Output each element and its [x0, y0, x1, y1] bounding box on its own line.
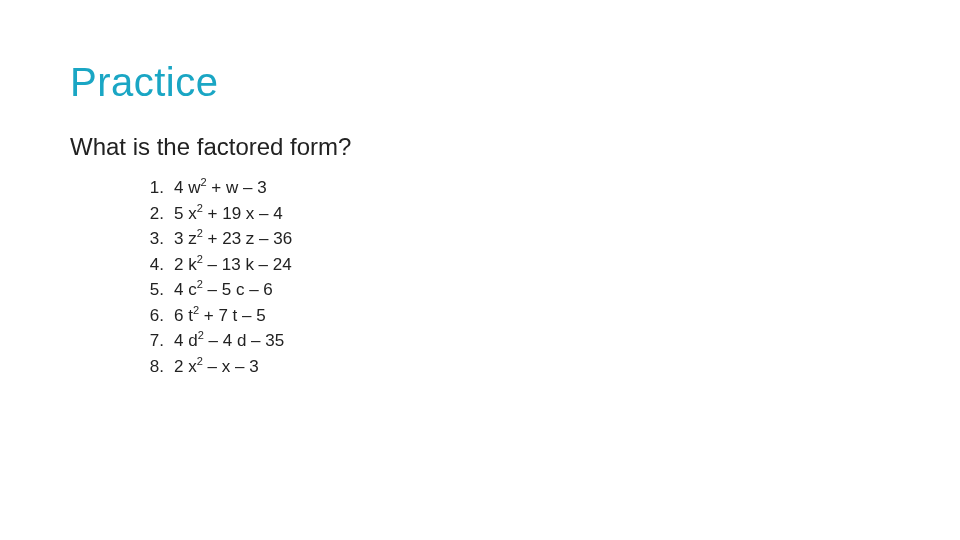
term-rest: – 5 c – 6	[203, 280, 273, 299]
term-coef: 2 x	[174, 357, 197, 376]
term-coef: 4 w	[174, 178, 200, 197]
problem-list: 1. 4 w2 + w – 3 2. 5 x2 + 19 x – 4 3. 3 …	[70, 175, 890, 379]
list-item: 2. 5 x2 + 19 x – 4	[140, 201, 890, 227]
item-number: 8.	[140, 354, 164, 380]
term-rest: + 7 t – 5	[199, 306, 266, 325]
term-rest: + w – 3	[207, 178, 267, 197]
list-item: 1. 4 w2 + w – 3	[140, 175, 890, 201]
item-number: 5.	[140, 277, 164, 303]
item-number: 3.	[140, 226, 164, 252]
item-expression: 4 c2 – 5 c – 6	[174, 277, 890, 303]
item-number: 4.	[140, 252, 164, 278]
list-item: 6. 6 t2 + 7 t – 5	[140, 303, 890, 329]
term-coef: 3 z	[174, 229, 197, 248]
term-coef: 2 k	[174, 255, 197, 274]
item-expression: 5 x2 + 19 x – 4	[174, 201, 890, 227]
slide-question: What is the factored form?	[70, 133, 890, 161]
term-coef: 4 c	[174, 280, 197, 299]
list-item: 4. 2 k2 – 13 k – 24	[140, 252, 890, 278]
item-expression: 2 k2 – 13 k – 24	[174, 252, 890, 278]
term-rest: + 19 x – 4	[203, 204, 283, 223]
term-rest: – 4 d – 35	[204, 331, 284, 350]
item-expression: 6 t2 + 7 t – 5	[174, 303, 890, 329]
term-rest: – x – 3	[203, 357, 259, 376]
term-coef: 4 d	[174, 331, 198, 350]
item-number: 6.	[140, 303, 164, 329]
slide-title: Practice	[70, 60, 890, 105]
list-item: 3. 3 z2 + 23 z – 36	[140, 226, 890, 252]
item-expression: 2 x2 – x – 3	[174, 354, 890, 380]
item-expression: 3 z2 + 23 z – 36	[174, 226, 890, 252]
term-rest: + 23 z – 36	[203, 229, 292, 248]
list-item: 7. 4 d2 – 4 d – 35	[140, 328, 890, 354]
list-item: 8. 2 x2 – x – 3	[140, 354, 890, 380]
slide: Practice What is the factored form? 1. 4…	[0, 0, 960, 540]
item-number: 7.	[140, 328, 164, 354]
item-expression: 4 d2 – 4 d – 35	[174, 328, 890, 354]
item-number: 1.	[140, 175, 164, 201]
term-coef: 6 t	[174, 306, 193, 325]
list-item: 5. 4 c2 – 5 c – 6	[140, 277, 890, 303]
term-coef: 5 x	[174, 204, 197, 223]
item-expression: 4 w2 + w – 3	[174, 175, 890, 201]
term-rest: – 13 k – 24	[203, 255, 292, 274]
item-number: 2.	[140, 201, 164, 227]
